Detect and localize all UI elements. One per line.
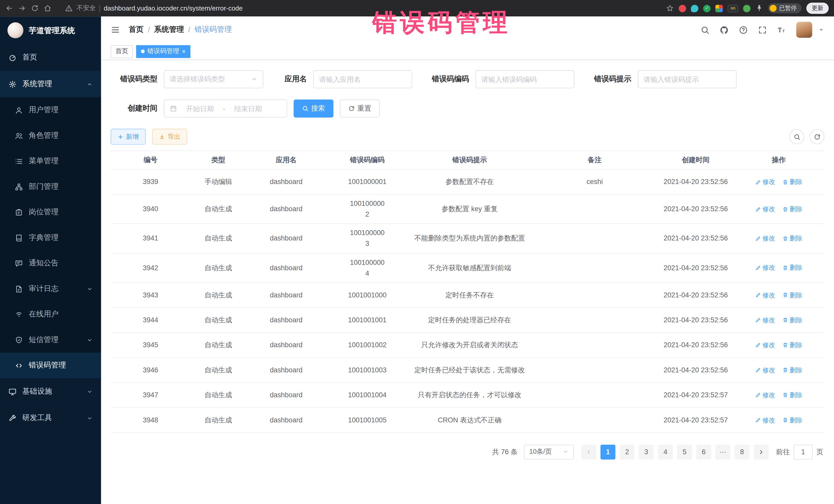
page-ellipsis[interactable]: ··· xyxy=(716,444,730,459)
error-code-input[interactable] xyxy=(481,75,569,83)
extension-red-icon[interactable] xyxy=(679,5,686,12)
next-page-button[interactable] xyxy=(754,444,769,459)
url-text[interactable]: dashboard.yudao.iocoder.cn/system/error-… xyxy=(104,5,243,12)
reset-button[interactable]: 重置 xyxy=(340,100,379,117)
fullscreen-icon[interactable] xyxy=(758,25,767,34)
sidebar-item-home[interactable]: 首页 xyxy=(0,44,101,71)
avatar[interactable] xyxy=(796,22,812,38)
sidebar-item-roles[interactable]: 角色管理 xyxy=(0,123,101,148)
prev-page-button[interactable] xyxy=(581,444,596,459)
home-icon[interactable] xyxy=(44,4,51,12)
extension-drop-icon[interactable] xyxy=(691,5,698,12)
edit-link[interactable]: 修改 xyxy=(755,315,775,325)
extension-green-icon[interactable] xyxy=(743,5,751,12)
add-button[interactable]: 新增 xyxy=(111,129,146,145)
sidebar-item-system[interactable]: 系统管理 xyxy=(0,71,101,97)
error-tip-field[interactable] xyxy=(638,70,737,88)
edit-link[interactable]: 修改 xyxy=(755,290,775,300)
chevron-down-icon xyxy=(87,389,93,394)
start-date-input[interactable] xyxy=(180,105,220,112)
tab-error-codes[interactable]: 错误码管理 × xyxy=(136,45,191,58)
sidebar-item-notices[interactable]: 通知公告 xyxy=(0,250,101,276)
sidebar-item-posts[interactable]: 岗位管理 xyxy=(0,199,101,225)
edit-link[interactable]: 修改 xyxy=(755,234,775,243)
delete-link[interactable]: 删除 xyxy=(782,315,803,325)
delete-link[interactable]: 删除 xyxy=(782,234,803,243)
app-name-input[interactable] xyxy=(319,75,407,83)
search-icon[interactable] xyxy=(701,25,709,34)
app-name-field[interactable] xyxy=(313,70,412,88)
bookmark-star-icon[interactable] xyxy=(666,4,674,12)
tab-home[interactable]: 首页 xyxy=(111,45,133,58)
delete-link[interactable]: 删除 xyxy=(782,177,803,187)
delete-link[interactable]: 删除 xyxy=(782,204,803,214)
end-date-input[interactable] xyxy=(228,105,268,112)
error-code-field[interactable] xyxy=(476,70,575,88)
search-button[interactable]: 搜索 xyxy=(293,100,333,117)
sidebar-item-infrastructure[interactable]: 基础设施 xyxy=(0,378,101,405)
font-size-icon[interactable]: TT xyxy=(777,25,786,34)
edit-link[interactable]: 修改 xyxy=(755,263,775,273)
breadcrumb-home[interactable]: 首页 xyxy=(129,25,144,35)
page-button-5[interactable]: 5 xyxy=(677,444,692,459)
profile-chip[interactable]: 已暂停 xyxy=(768,3,802,13)
reload-icon[interactable] xyxy=(31,4,39,12)
hamburger-icon[interactable] xyxy=(111,25,120,35)
address-bar[interactable]: 不安全 dashboard.yudao.iocoder.cn/system/er… xyxy=(65,4,243,13)
sidebar-item-menus[interactable]: 菜单管理 xyxy=(0,148,101,174)
export-button[interactable]: 导出 xyxy=(152,129,187,145)
edit-link[interactable]: 修改 xyxy=(755,415,775,425)
delete-link[interactable]: 删除 xyxy=(782,365,803,375)
cell-id: 3939 xyxy=(111,173,191,191)
forward-icon[interactable] xyxy=(18,4,26,12)
sidebar-item-users[interactable]: 用户管理 xyxy=(0,97,101,123)
sidebar-item-departments[interactable]: 部门管理 xyxy=(0,174,101,199)
page-button-6[interactable]: 6 xyxy=(696,444,711,459)
delete-link[interactable]: 删除 xyxy=(782,390,803,400)
close-icon[interactable]: × xyxy=(182,48,186,54)
github-icon[interactable] xyxy=(720,25,728,34)
page-button-1[interactable]: 1 xyxy=(600,444,615,459)
edit-link[interactable]: 修改 xyxy=(755,177,775,187)
edit-link[interactable]: 修改 xyxy=(755,340,775,350)
delete-link[interactable]: 删除 xyxy=(782,290,803,300)
extension-grid-icon[interactable] xyxy=(716,5,723,12)
sidebar-item-audit-logs[interactable]: 审计日志 xyxy=(0,276,101,302)
edit-link[interactable]: 修改 xyxy=(755,204,775,214)
page-size-select[interactable]: 10条/页 xyxy=(524,444,574,459)
edit-link[interactable]: 修改 xyxy=(755,390,775,400)
breadcrumb-system[interactable]: 系统管理 xyxy=(154,25,184,35)
sidebar-item-online-users[interactable]: 在线用户 xyxy=(0,302,101,327)
back-icon[interactable] xyxy=(5,4,13,12)
sidebar: 芋道管理系统 首页 系统管理 用户管理 xyxy=(0,17,101,504)
update-button[interactable]: 更新 xyxy=(806,3,829,14)
extension-check-icon[interactable]: ✓ xyxy=(703,5,710,12)
page-button-8[interactable]: 8 xyxy=(734,444,749,459)
goto-page-input[interactable] xyxy=(793,444,813,459)
error-tip-input[interactable] xyxy=(643,75,731,83)
page-button-4[interactable]: 4 xyxy=(658,444,673,459)
app-logo[interactable]: 芋道管理系统 xyxy=(0,17,101,44)
sidebar-item-error-codes[interactable]: 错误码管理 xyxy=(0,353,101,378)
page-button-2[interactable]: 2 xyxy=(620,444,635,459)
toggle-search-button[interactable] xyxy=(789,129,804,144)
page-button-3[interactable]: 3 xyxy=(639,444,654,459)
extension-on-badge[interactable]: on xyxy=(727,5,738,12)
sidebar-item-devtools[interactable]: 研发工具 xyxy=(0,405,101,431)
refresh-table-button[interactable] xyxy=(810,129,825,144)
sidebar-item-sms[interactable]: 短信管理 xyxy=(0,327,101,353)
edit-link[interactable]: 修改 xyxy=(755,365,775,375)
sidebar-item-label: 岗位管理 xyxy=(29,207,59,217)
pin-icon[interactable] xyxy=(755,4,763,12)
error-type-select[interactable]: 请选择错误码类型 xyxy=(164,70,263,88)
trash-icon xyxy=(782,179,788,185)
delete-link[interactable]: 删除 xyxy=(782,340,803,350)
caret-down-icon[interactable] xyxy=(818,27,825,33)
delete-link[interactable]: 删除 xyxy=(782,415,803,425)
date-range-picker[interactable]: - xyxy=(164,100,287,117)
profile-avatar xyxy=(770,5,776,12)
sidebar-item-dictionary[interactable]: 字典管理 xyxy=(0,225,101,250)
help-icon[interactable] xyxy=(739,25,748,34)
table-row: 3940 自动生成 dashboard 1001000002 参数配置 key … xyxy=(111,195,825,224)
delete-link[interactable]: 删除 xyxy=(782,263,803,273)
